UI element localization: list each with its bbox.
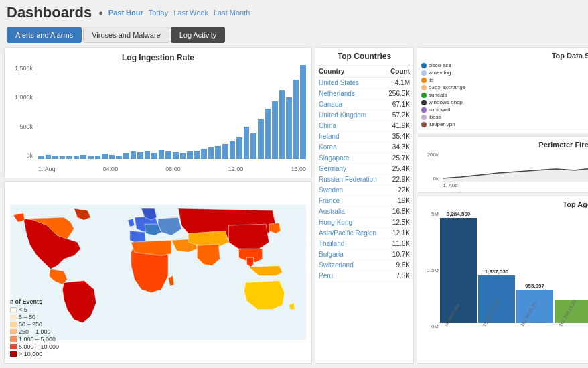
log-bar <box>165 151 171 159</box>
page-title: Dashboards <box>7 4 92 21</box>
countries-title: Top Countries <box>315 48 413 66</box>
country-count: 22K <box>384 185 413 196</box>
log-bar <box>80 155 86 159</box>
country-name[interactable]: Netherlands <box>315 88 384 99</box>
log-bar <box>102 154 108 159</box>
col-count: Count <box>384 66 413 78</box>
country-count: 22.9K <box>384 174 413 185</box>
log-bar <box>208 147 214 159</box>
country-name[interactable]: Canada <box>315 99 384 110</box>
ds-legend-item: sonicwall <box>421 107 588 113</box>
log-bars <box>38 65 306 159</box>
country-count: 19K <box>384 196 413 206</box>
country-name[interactable]: Germany <box>315 164 384 174</box>
agent-bar-group: 3,284,560ral.cisco.asa <box>440 211 477 330</box>
log-bar <box>293 80 299 159</box>
log-bar <box>52 156 58 159</box>
log-x-axis: 1. Aug 04:00 08:00 12:00 16:00 <box>38 166 306 172</box>
agents-y-axis: 5M 2.5M 0M <box>421 211 439 330</box>
country-name[interactable]: Sweden <box>315 185 384 196</box>
data-sources-panel: Top Data Sources cisco-asawinevtlogiiso3… <box>417 47 588 133</box>
legend-item: < 5 <box>10 306 59 313</box>
log-bar <box>38 156 44 159</box>
tab-viruses[interactable]: Viruses and Malware <box>83 27 169 43</box>
ds-legend-item: iboss <box>421 114 588 120</box>
log-bar <box>137 152 143 159</box>
legend-item: 5 – 50 <box>10 314 59 320</box>
log-bar <box>244 127 250 159</box>
table-row: China41.9K <box>315 121 413 131</box>
time-last-week[interactable]: Last Week <box>173 9 208 17</box>
log-ingestion-panel: Log Ingestion Rate 1,500k 1,000k 500k 0k… <box>4 47 312 178</box>
table-row: Switzerland9.6K <box>315 260 413 271</box>
country-count: 4.1M <box>384 78 413 88</box>
agent-value: 955,997 <box>525 283 544 289</box>
country-name[interactable]: Asia/Pacific Region <box>315 228 384 239</box>
time-last-month[interactable]: Last Month <box>214 9 250 17</box>
right-col: Top Data Sources cisco-asawinevtlogiiso3… <box>417 47 588 364</box>
top-agents-panel: Top Agents 5M 2.5M 0M 3,284,560ral.cisco… <box>417 196 588 364</box>
col-country: Country <box>315 66 384 78</box>
map-legend: # of Events < 5 5 – 50 50 – 250 250 – 1,… <box>10 298 59 358</box>
fw-chart: 200k 0k 1. Aug 12:00 <box>421 151 588 188</box>
log-bar <box>230 141 236 159</box>
country-name[interactable]: Australia <box>315 206 384 217</box>
table-row: Korea34.3K <box>315 142 413 153</box>
log-bar <box>145 151 151 159</box>
country-count: 12.1K <box>384 228 413 239</box>
log-bar <box>88 156 94 159</box>
ds-legend-item: juniper-vpn <box>421 121 588 127</box>
country-name[interactable]: Ireland <box>315 131 384 142</box>
log-bar <box>173 152 179 159</box>
table-row: Canada67.1K <box>315 99 413 110</box>
legend-title: # of Events <box>10 298 59 305</box>
log-bar <box>151 153 157 159</box>
table-row: Germany25.4K <box>315 164 413 174</box>
country-name[interactable]: Thailand <box>315 239 384 249</box>
agent-bar-group: 192.168.18.29 <box>555 211 588 330</box>
country-name[interactable]: Switzerland <box>315 260 384 271</box>
time-today[interactable]: Today <box>149 9 168 17</box>
country-name[interactable]: Bulgaria <box>315 249 384 260</box>
country-count: 12.5K <box>384 217 413 228</box>
country-count: 57.2K <box>384 110 413 121</box>
clock-icon: ● <box>98 9 103 17</box>
country-count: 41.9K <box>384 121 413 131</box>
log-bar <box>250 133 256 159</box>
country-count: 16.8K <box>384 206 413 217</box>
agent-bar-group: 1,337,53010.354.46.235 <box>478 211 515 330</box>
legend-item: > 10,000 <box>10 351 59 357</box>
country-name[interactable]: Singapore <box>315 153 384 164</box>
country-name[interactable]: United Kingdom <box>315 110 384 121</box>
log-bar <box>300 65 306 159</box>
country-name[interactable]: Peru <box>315 271 384 282</box>
log-bar <box>46 155 52 159</box>
log-bar <box>272 101 278 159</box>
time-filter: ● Past Hour Today Last Week Last Month <box>98 9 250 17</box>
log-bar <box>123 153 129 159</box>
country-name[interactable]: Korea <box>315 142 384 153</box>
ds-legend-item: cisco-asa <box>421 62 588 68</box>
log-bar <box>286 97 292 159</box>
table-row: Hong Kong12.5K <box>315 217 413 228</box>
country-count: 7.5K <box>384 271 413 282</box>
country-count: 25.7K <box>384 153 413 164</box>
country-name[interactable]: China <box>315 121 384 131</box>
tab-bar: Alerts and Alarms Viruses and Malware Lo… <box>0 25 588 44</box>
country-name[interactable]: France <box>315 196 384 206</box>
table-row: France19K <box>315 196 413 206</box>
tab-alerts[interactable]: Alerts and Alarms <box>7 27 82 43</box>
tab-log-activity[interactable]: Log Activity <box>171 27 226 43</box>
country-name[interactable]: United States <box>315 78 384 88</box>
country-name[interactable]: Russian Federation <box>315 174 384 185</box>
log-bar <box>194 151 200 159</box>
agent-value: 3,284,560 <box>447 211 471 217</box>
country-name[interactable]: Hong Kong <box>315 217 384 228</box>
log-bar <box>116 156 122 159</box>
table-row: Russian Federation22.9K <box>315 174 413 185</box>
svg-marker-10 <box>443 168 588 182</box>
firewall-panel: Perimeter Firewall Traffic 200k 0k 1. Au… <box>417 136 588 193</box>
ds-legend-item: windows-dhcp <box>421 99 588 105</box>
time-past-hour[interactable]: Past Hour <box>108 9 143 17</box>
country-count: 9.6K <box>384 260 413 271</box>
